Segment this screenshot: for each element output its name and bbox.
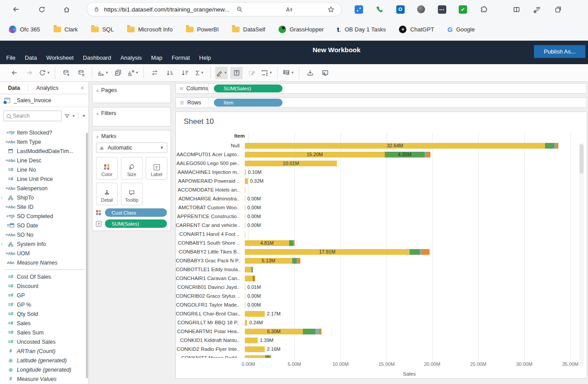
chart-row-concrib02[interactable]: CONCRIB02 Graco Stylus ..0.00M <box>176 292 577 300</box>
address-bar[interactable]: https://bi1.dataself.com/t/training_oran… <box>87 2 342 16</box>
bar-segment-gold[interactable] <box>245 196 245 202</box>
bar-conairt1[interactable] <box>245 231 245 237</box>
bar-segment-gold[interactable]: 17.91M <box>245 249 410 255</box>
sort-ascending-icon[interactable] <box>163 67 176 79</box>
field-list-scrollbar[interactable] <box>86 133 88 378</box>
search-input[interactable] <box>13 113 48 119</box>
field-longitude-generated-[interactable]: ⊕Longitude (generated) <box>0 365 89 374</box>
bar-congrill[interactable]: 2.17M <box>245 311 281 317</box>
menu-dashboard[interactable]: Dashboard <box>83 54 111 61</box>
swap-rows-columns-icon[interactable] <box>148 67 161 79</box>
bar-segment-orange[interactable] <box>556 143 558 149</box>
bar-segment-gold[interactable]: 32.64M <box>245 143 545 149</box>
bar-accomodate[interactable] <box>245 187 245 193</box>
field-sales[interactable]: =#Sales <box>0 319 89 328</box>
bar-segment-gold[interactable] <box>245 214 245 219</box>
x-axis-label[interactable]: Sales <box>248 371 570 376</box>
bar-segment-orange[interactable] <box>254 276 255 281</box>
bar-apprentice[interactable]: 0.00M <box>245 214 261 219</box>
refresh-icon[interactable] <box>35 3 48 15</box>
chart-row-aapoweraid[interactable]: AAPOWERAID Poweraid ..0.32M <box>176 177 577 185</box>
bookmark-clark[interactable]: Clark <box>54 26 78 33</box>
highlight-icon[interactable]: ▼ <box>215 67 228 79</box>
bookmark-ob-day-1-tasks[interactable]: t.OB Day 1 Tasks <box>337 26 386 33</box>
field-line-unit-price[interactable]: =#Line Unit Price <box>0 174 89 184</box>
field-salesperson[interactable]: =AbcSalesperson <box>0 184 89 193</box>
expand-chevron-icon[interactable]: › <box>1 195 2 200</box>
pages-card[interactable]: ∧Pages <box>92 84 171 103</box>
tab-data[interactable]: Data <box>0 82 28 94</box>
favorite-star-icon[interactable] <box>326 5 335 14</box>
bar-segment-gold[interactable] <box>245 205 245 211</box>
collapse-pages-icon[interactable]: ∧ <box>96 88 99 93</box>
field-lastmodifieddatetim-[interactable]: LastModifiedDateTim... <box>0 146 89 156</box>
bar-conbaby1[interactable]: 4.81M <box>245 240 294 246</box>
show-mark-labels-icon[interactable] <box>230 67 243 79</box>
chart-row-accomodate[interactable]: ACCOMODATE Hotels an.. <box>176 185 577 194</box>
field-sales-sum[interactable]: =#Sales Sum <box>0 328 89 337</box>
filters-card[interactable]: ∧Filters <box>92 107 171 127</box>
pill-sum-sales-[interactable]: SUM(Sales) <box>214 84 282 92</box>
bar-conheartm1[interactable]: 6.30M <box>245 329 321 334</box>
chart-row-congolfr1[interactable]: CONGOLFR1 Taylor Made..0.00M <box>176 300 577 309</box>
bar-conkid2[interactable]: 2.16M <box>245 346 280 352</box>
field-measure-values[interactable]: #Measure Values <box>0 374 89 384</box>
bar-segment-gold[interactable]: 6.30M <box>245 329 303 334</box>
size-button[interactable]: Size <box>121 157 143 180</box>
bar-conknitt[interactable] <box>245 355 271 358</box>
bookmark-google[interactable]: GGoogle <box>448 26 475 33</box>
totals-icon[interactable]: Σ▼ <box>193 67 206 79</box>
bar-aapoweraid[interactable]: 0.32M <box>245 178 263 184</box>
bar-segment-orange[interactable] <box>293 240 294 246</box>
pause-updates-icon[interactable] <box>75 67 87 79</box>
expand-chevron-icon[interactable]: › <box>1 242 2 246</box>
field-uom[interactable]: =AbcUOM <box>0 249 89 258</box>
bar-segment-orange[interactable] <box>426 152 430 157</box>
field-gp-[interactable]: =#GP % <box>0 300 89 309</box>
bar-segment-gold[interactable] <box>245 187 245 193</box>
chart-row-congrillt[interactable]: CONGRILLT Mr BBQ 18 P..0.24M <box>176 318 577 327</box>
menu-file[interactable]: File <box>6 54 15 61</box>
chart-row-aalego500[interactable]: AALEGO500 Lego 500 pie..10.01M <box>176 159 577 168</box>
bar-segment-orange[interactable] <box>270 355 271 358</box>
zoom-out-icon[interactable] <box>235 5 244 14</box>
bar-segment-gold[interactable] <box>245 169 246 175</box>
color-button[interactable]: Color <box>96 157 118 180</box>
back-icon[interactable] <box>10 3 22 15</box>
bar-conbaby2[interactable]: 17.91M <box>245 249 429 255</box>
bar-segment-gold[interactable]: 15.20M <box>245 152 385 157</box>
bar-segment-gold[interactable]: 5.13M <box>245 258 292 264</box>
chart-row-carrent[interactable]: CARRENT Car and vehicle..0.00M <box>176 221 577 230</box>
bar-congrillt[interactable]: 0.24M <box>245 320 263 326</box>
field-measure-names[interactable]: AbcMeasure Names <box>0 258 89 267</box>
bar-segment-green[interactable]: 4.35M <box>385 152 425 157</box>
more-tools-icon[interactable]: ••• <box>437 5 446 14</box>
screen-share-icon[interactable] <box>354 5 363 14</box>
bar-conkid1[interactable]: 1.39M <box>245 338 273 343</box>
search-box[interactable] <box>4 111 62 121</box>
bookmark-sql[interactable]: SQL <box>91 26 114 33</box>
bar-segment-gold[interactable] <box>245 276 253 281</box>
chart-row-conkid1[interactable]: CONKID1 Kiddraft Nantu..1.39M <box>176 336 577 345</box>
bar-segment-gold[interactable] <box>245 338 258 343</box>
chart-scrollbar[interactable] <box>579 143 584 367</box>
menu-data[interactable]: Data <box>25 54 37 61</box>
bar-segment-blue[interactable] <box>315 329 319 334</box>
bar-admcharge[interactable]: 0.00M <box>245 196 261 202</box>
bookmark-ofc-365[interactable]: Ofc 365 <box>9 26 40 33</box>
split-screen-icon[interactable] <box>512 5 521 14</box>
bar-aalego500[interactable]: 10.01M <box>245 161 337 166</box>
field-site-id[interactable]: =AbcSite ID <box>0 202 89 211</box>
chart-row-conbaby1[interactable]: CONBABY1 South Shore ..4.81M <box>176 238 577 247</box>
mark-type-dropdown[interactable]: Automatic ▼ <box>96 142 167 153</box>
bar-segment-gold[interactable] <box>245 355 265 358</box>
sort-descending-icon[interactable] <box>178 67 191 79</box>
privacy-icon[interactable] <box>417 5 426 14</box>
field-menu-caret-icon[interactable]: ▼ <box>82 114 86 118</box>
bar-segment-green[interactable] <box>292 258 297 264</box>
fit-axes-icon[interactable]: ▼ <box>260 67 273 79</box>
back-icon[interactable] <box>8 67 20 79</box>
new-worksheet-icon[interactable]: ▼ <box>97 67 109 79</box>
menu-help[interactable]: Help <box>199 54 211 61</box>
chart-row-apprentice[interactable]: APPRENTICE Constructio..0.00M <box>176 212 577 221</box>
